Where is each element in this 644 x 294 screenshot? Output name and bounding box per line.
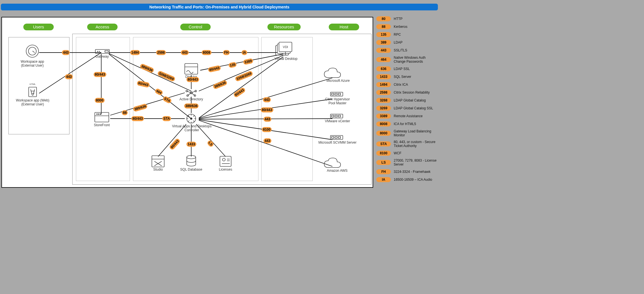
- legend-row: LS27000, 7279, 8083 - License Server: [376, 159, 438, 166]
- legend-text: WCF: [394, 151, 401, 155]
- legend-text: LDAP Global Catalog: [394, 98, 426, 102]
- legend-text: HTTP: [394, 17, 402, 21]
- zone-access: [76, 37, 130, 181]
- diagram-canvas: Users Access Control Resources Host: [1, 17, 373, 188]
- label-licenses: Licenses: [217, 168, 234, 171]
- port-pill: 443: [263, 97, 271, 102]
- column-head-control: Control: [180, 24, 211, 30]
- label-workspace-app-web: Workspace app (Web) (External User): [14, 98, 51, 106]
- label-azure: Microsoft Azure: [323, 79, 353, 83]
- zone-control: [133, 37, 258, 181]
- legend-row: FH3224-3324 - Framehawk: [376, 169, 438, 174]
- legend-text: ICA for HTML5: [394, 122, 416, 126]
- label-aws: Amazon AWS: [323, 169, 351, 173]
- legend-text: 27000, 7279, 8083 - License Server: [394, 159, 438, 166]
- legend-pill: 1433: [376, 74, 391, 79]
- port-pill: 443: [264, 117, 271, 122]
- legend-text: Remote Assistance: [394, 114, 423, 118]
- legend-pill: 464: [376, 57, 391, 62]
- legend-text: SQL Server: [394, 75, 411, 79]
- legend-text: 16500-16509 – ICA Audio: [394, 178, 432, 182]
- legend-row: 3389Remote Assistance: [376, 114, 438, 119]
- label-scvmm: Microsoft SCVMM Server: [316, 141, 359, 144]
- legend-row: STA80, 443, or custom - Secure Ticket Au…: [376, 140, 438, 148]
- legend-pill: 1494: [376, 82, 391, 87]
- legend-pill: 8008: [376, 121, 391, 126]
- port-pill: 88: [122, 110, 128, 115]
- column-head-host: Host: [329, 24, 359, 30]
- legend-row: 80HTTP: [376, 16, 438, 21]
- legend-pill: 443: [376, 48, 391, 53]
- legend-text: LDAP Global Catalog SSL: [394, 106, 433, 110]
- legend-text: 3224-3324 - Framehawk: [394, 170, 431, 174]
- legend-pill: LS: [376, 160, 391, 165]
- port-pill: 443: [181, 50, 189, 55]
- column-head-resources: Resources: [267, 24, 301, 30]
- legend-row: 636LDAP SSL: [376, 66, 438, 71]
- legend-row: 1494Citrix ICA: [376, 82, 438, 87]
- port-pill: 443: [62, 50, 70, 55]
- column-head-users: Users: [23, 24, 54, 30]
- port-pill: 443: [264, 138, 271, 143]
- legend-row: 3269LDAP Global Catalog SSL: [376, 106, 438, 111]
- legend-row: 8000Gateway Load Balancing Monitor: [376, 129, 438, 137]
- label-chv: Citrix Hypervisor Pool Master: [322, 97, 353, 105]
- legend-row: 3268LDAP Global Catalog: [376, 98, 438, 103]
- label-vcenter: VMware vCenter: [322, 119, 353, 123]
- legend-text: Kerberos: [394, 25, 407, 29]
- legend-pill: 636: [376, 66, 391, 71]
- legend-row: 8100WCF: [376, 151, 438, 156]
- port-pill: 443: [65, 74, 73, 79]
- label-vdi: Virtual Desktop: [272, 57, 300, 61]
- label-workspace-app-ext: Workspace app (External User): [18, 60, 46, 67]
- legend-text: LDAP SSL: [394, 67, 410, 71]
- legend-text: 80, 443, or custom - Secure Ticket Autho…: [394, 140, 438, 148]
- legend-pill: 8000: [376, 131, 391, 136]
- legend-pill: STA: [376, 141, 391, 146]
- diagram-stage: Networking Traffic and Ports: On-Premise…: [0, 0, 439, 200]
- port-pill: 389/636: [184, 103, 199, 108]
- legend-text: RPC: [394, 33, 401, 37]
- port-pill: 80/443: [131, 116, 144, 121]
- legend-row: 8008ICA for HTML5: [376, 121, 438, 126]
- legend-row: 443SSL/TLS: [376, 48, 438, 53]
- port-pill: 1433: [186, 142, 196, 147]
- port-pill: IA: [242, 50, 247, 55]
- legend-pill: 2598: [376, 90, 391, 95]
- label-sql: SQL Database: [179, 168, 203, 171]
- port-pill: 8008: [202, 50, 211, 55]
- legend-pill: 88: [376, 24, 391, 29]
- port-legend: 80HTTP88Kerberos135RPC389LDAP443SSL/TLS4…: [376, 16, 438, 185]
- legend-text: Citrix Session Reliability: [394, 91, 430, 94]
- legend-pill: FH: [376, 169, 391, 174]
- legend-pill: 8100: [376, 151, 391, 156]
- label-active-directory: Active Directory: [176, 97, 207, 101]
- port-pill: STA: [162, 116, 171, 121]
- column-head-access: Access: [87, 24, 118, 30]
- legend-pill: 135: [376, 32, 391, 37]
- legend-text: SSL/TLS: [394, 48, 407, 52]
- legend-row: 2598Citrix Session Reliability: [376, 90, 438, 95]
- port-pill: 1494: [130, 50, 140, 55]
- port-pill: 8000: [95, 98, 105, 103]
- label-gateway: Gateway: [94, 55, 111, 58]
- label-controller: Virtual Apps and Desktops Controller: [168, 124, 216, 132]
- label-studio: Studio: [150, 168, 166, 171]
- legend-pill: IA: [376, 177, 391, 182]
- legend-text: Native Windows Auth Change Passwords: [394, 56, 438, 64]
- legend-row: IA16500-16509 – ICA Audio: [376, 177, 438, 182]
- label-storefront: StoreFront: [92, 123, 112, 127]
- legend-pill: 3269: [376, 106, 391, 111]
- port-pill: 80/443: [261, 107, 273, 112]
- legend-text: Citrix ICA: [394, 83, 408, 87]
- legend-row: 1433SQL Server: [376, 74, 438, 79]
- page-title: Networking Traffic and Ports: On-Premise…: [1, 4, 438, 10]
- legend-text: LDAP: [394, 40, 402, 44]
- legend-text: Gateway Load Balancing Monitor: [394, 129, 438, 137]
- zone-users: [8, 37, 69, 134]
- legend-row: 88Kerberos: [376, 24, 438, 29]
- legend-row: 464Native Windows Auth Change Passwords: [376, 56, 438, 64]
- legend-pill: 3389: [376, 114, 391, 119]
- port-pill: 2598: [156, 50, 166, 55]
- port-pill: 8100: [262, 127, 272, 132]
